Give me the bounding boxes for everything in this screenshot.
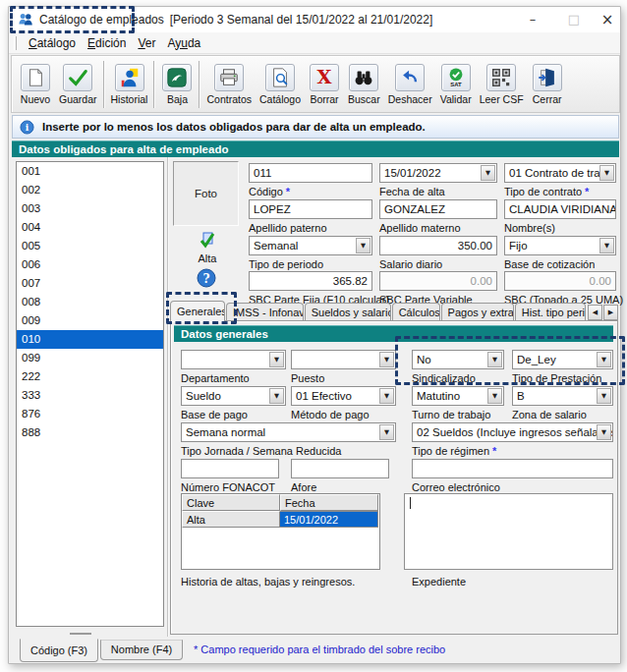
maximize-button[interactable]: □	[561, 8, 587, 30]
dropdown-arrow-icon[interactable]: ▼	[481, 165, 495, 181]
history-row[interactable]: Alta15/01/2022	[182, 511, 379, 528]
toolbar-contratos-button[interactable]: Contratos	[202, 62, 256, 107]
dropdown-arrow-icon[interactable]: ▼	[599, 165, 614, 181]
sbc-parte-fija-input[interactable]: 365.82	[249, 271, 372, 291]
toolbar-guardar-button[interactable]: Guardar	[55, 62, 101, 107]
dropdown-arrow-icon[interactable]: ▼	[597, 388, 611, 404]
photo-box[interactable]: Foto	[173, 161, 239, 226]
afore-input[interactable]	[291, 459, 389, 478]
employee-row-888[interactable]: 888	[17, 423, 163, 442]
tab-pagos-y-extras[interactable]: Pagos y extras	[441, 303, 514, 321]
toolbar-borrar-button[interactable]: XBorrar	[305, 62, 344, 107]
tab-sueldos-y-salarios[interactable]: Sueldos y salarios	[305, 303, 391, 321]
toolbar-separator	[153, 61, 155, 108]
bottom-tab-nombre[interactable]: Nombre (F4)	[100, 640, 183, 660]
employee-row-009[interactable]: 009	[17, 311, 163, 330]
correo-electronico-input[interactable]	[412, 459, 613, 478]
toolbar-validar-button[interactable]: SATValidar	[436, 62, 476, 107]
employee-row-002[interactable]: 002	[17, 181, 163, 199]
employee-row-222[interactable]: 222	[17, 367, 163, 386]
dropdown-arrow-icon[interactable]: ▼	[597, 352, 611, 367]
zona-salario-label: Zona de salario	[512, 409, 613, 420]
nombres-input[interactable]: CLAUDIA VIRIDIANA	[504, 199, 616, 219]
employee-row-876[interactable]: 876	[17, 405, 163, 423]
dropdown-arrow-icon[interactable]: ▼	[379, 424, 394, 440]
minimize-button[interactable]: –	[520, 8, 545, 30]
menu-item-catalogo[interactable]: Catálogo	[23, 34, 82, 52]
menu-item-ayuda[interactable]: Ayuda	[161, 34, 206, 52]
alta-status[interactable]: Alta	[186, 231, 229, 264]
exit-door-icon	[533, 64, 562, 91]
base-pago-select[interactable]: Sueldo▼	[181, 386, 286, 406]
employee-row-005[interactable]: 005	[17, 237, 163, 255]
tipo-regimen-select[interactable]: 02 Sueldos (Incluye ingresos señalados e…	[412, 422, 613, 442]
menu-item-ver[interactable]: Ver	[132, 34, 161, 52]
tab-scroll-left-button[interactable]: ◀	[588, 305, 602, 320]
tipo-prestacion-select[interactable]: De_Ley▼	[512, 350, 613, 369]
puesto-select[interactable]: ▼	[291, 350, 396, 369]
numero-fonacot-input[interactable]	[181, 459, 279, 478]
doc-search-icon	[265, 64, 295, 91]
bottom-tab-codigo[interactable]: Código (F3)	[20, 639, 98, 662]
departamento-select[interactable]: ▼	[181, 350, 286, 369]
employee-row-333[interactable]: 333	[17, 386, 163, 405]
dropdown-arrow-icon[interactable]: ▼	[487, 352, 502, 367]
employee-row-004[interactable]: 004	[17, 218, 163, 237]
employee-row-001[interactable]: 001	[17, 162, 163, 181]
tab-hist-tipo-perio[interactable]: Hist. tipo perio	[515, 303, 586, 321]
toolbar-catalogo-button[interactable]: Catálogo	[256, 62, 305, 107]
tab-scroll-right-button[interactable]: ▶	[603, 305, 618, 320]
tipo-contrato-select[interactable]: 01 Contrato de traba▼	[504, 163, 616, 183]
toolbar-nuevo-button[interactable]: Nuevo	[16, 62, 55, 107]
codigo-input[interactable]: 011	[249, 163, 372, 183]
toolbar-grip[interactable]	[14, 36, 17, 50]
dropdown-arrow-icon[interactable]: ▼	[356, 238, 370, 253]
dropdown-arrow-icon[interactable]: ▼	[379, 352, 394, 367]
person-history-icon	[115, 64, 144, 91]
employee-row-006[interactable]: 006	[17, 255, 163, 274]
fecha-alta-select[interactable]: 15/01/2022▼	[379, 163, 497, 183]
help-button[interactable]: ?	[197, 268, 216, 288]
menu-item-edicion[interactable]: Edición	[82, 34, 132, 52]
toolbar-historial-button[interactable]: Historial	[107, 62, 152, 107]
history-clave-cell[interactable]: Alta	[182, 511, 280, 528]
dropdown-arrow-icon[interactable]: ▼	[379, 388, 394, 404]
tipo-periodo-select[interactable]: Semanal▼	[249, 236, 372, 255]
splitter-grip[interactable]	[70, 633, 91, 635]
tipo-prestacion-label: Tipo de Prestación	[512, 372, 613, 384]
dropdown-arrow-icon[interactable]: ▼	[269, 388, 284, 404]
dropdown-arrow-icon[interactable]: ▼	[269, 352, 284, 367]
toolbar-buscar-button[interactable]: Buscar	[344, 62, 384, 107]
tab-generales[interactable]: Generales	[170, 301, 225, 321]
metodo-pago-select[interactable]: 01 Efectivo▼	[291, 386, 396, 406]
screenshot-root: Catálogo de empleados [Periodo 3 Semanal…	[0, 0, 627, 672]
dropdown-arrow-icon[interactable]: ▼	[599, 238, 614, 253]
employee-row-010[interactable]: 010	[17, 330, 163, 349]
undo-arrow-icon	[395, 64, 425, 91]
zona-salario-select[interactable]: B▼	[512, 386, 613, 406]
employee-row-008[interactable]: 008	[17, 293, 163, 311]
apellido-paterno-input[interactable]: LOPEZ	[249, 199, 372, 219]
tab-imss-infonavit[interactable]: IMSS - Infonavit	[226, 303, 304, 321]
salario-diario-input[interactable]: 350.00	[379, 236, 497, 255]
dropdown-arrow-icon[interactable]: ▼	[487, 388, 502, 404]
apellido-materno-input[interactable]: GONZALEZ	[379, 199, 497, 219]
sindicalizado-select[interactable]: No▼	[412, 350, 504, 369]
employee-row-099[interactable]: 099	[17, 349, 163, 367]
toolbar-cerrar-button[interactable]: Cerrar	[528, 62, 567, 107]
tab-calculos[interactable]: Cálculos	[392, 303, 440, 321]
toolbar-leer-csf-button[interactable]: Leer CSF	[476, 62, 528, 107]
close-button[interactable]: ×	[595, 8, 620, 30]
employee-row-003[interactable]: 003	[17, 199, 163, 218]
menu-bar: CatálogoEdiciónVerAyuda	[9, 32, 620, 54]
tipo-jornada-select[interactable]: Semana normal▼	[181, 422, 396, 442]
expediente-textarea[interactable]	[404, 493, 613, 570]
turno-trabajo-select[interactable]: Matutino▼	[412, 386, 504, 406]
employee-row-007[interactable]: 007	[17, 274, 163, 293]
dropdown-arrow-icon[interactable]: ▼	[597, 424, 611, 440]
toolbar-baja-button[interactable]: Baja	[157, 62, 197, 107]
toolbar-button-label: Catálogo	[259, 93, 301, 105]
history-fecha-cell[interactable]: 15/01/2022	[280, 511, 378, 528]
toolbar-deshacer-button[interactable]: Deshacer	[384, 62, 436, 107]
base-cotizacion-select[interactable]: Fijo▼	[504, 236, 616, 255]
